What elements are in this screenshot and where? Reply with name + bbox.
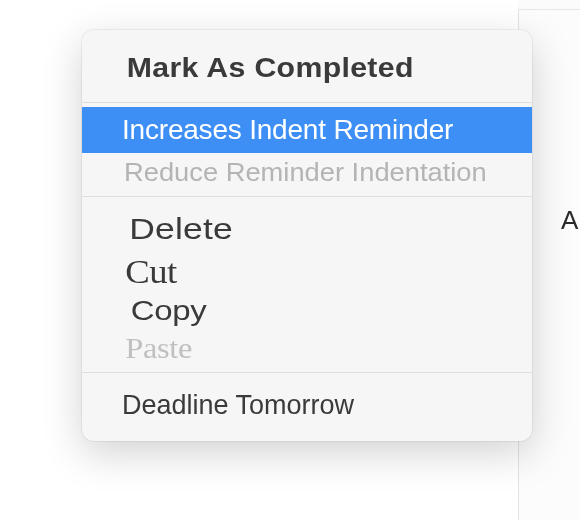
menu-item-increase-indent[interactable]: Increases Indent Reminder — [82, 107, 532, 153]
menu-item-delete[interactable]: Delete — [82, 201, 532, 251]
menu-item-cut[interactable]: Cut — [82, 251, 532, 292]
menu-item-reduce-indent: Reduce Reminder Indentation — [82, 153, 532, 192]
menu-item-deadline-tomorrow[interactable]: Deadline Tomorrow — [82, 377, 532, 435]
context-menu: Mark As Completed Increases Indent Remin… — [82, 30, 532, 441]
menu-separator — [82, 372, 532, 373]
menu-item-copy[interactable]: Copy — [82, 293, 532, 329]
menu-separator — [82, 196, 532, 197]
sidebar-partial-text: A — [561, 205, 578, 236]
menu-item-paste: Paste — [82, 329, 532, 368]
menu-separator — [82, 102, 532, 103]
menu-item-mark-completed[interactable]: Mark As Completed — [82, 36, 532, 98]
